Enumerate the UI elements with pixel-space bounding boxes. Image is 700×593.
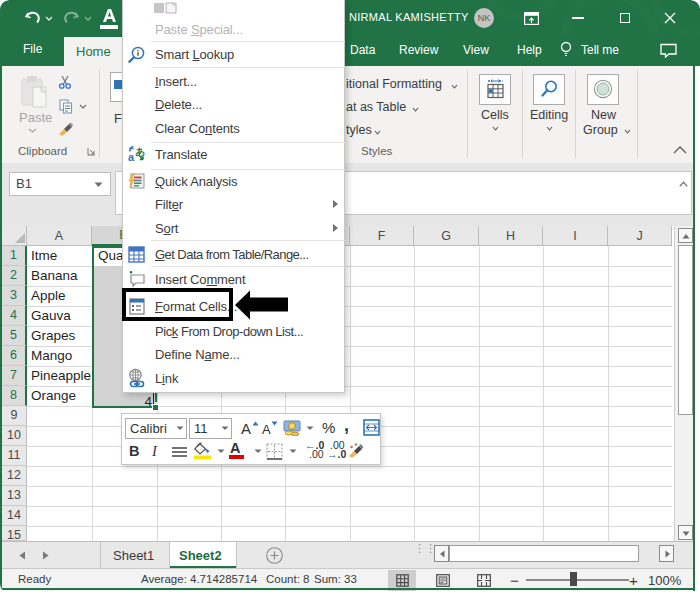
svg-text:a: a bbox=[128, 151, 135, 162]
svg-text:あ: あ bbox=[136, 146, 146, 157]
